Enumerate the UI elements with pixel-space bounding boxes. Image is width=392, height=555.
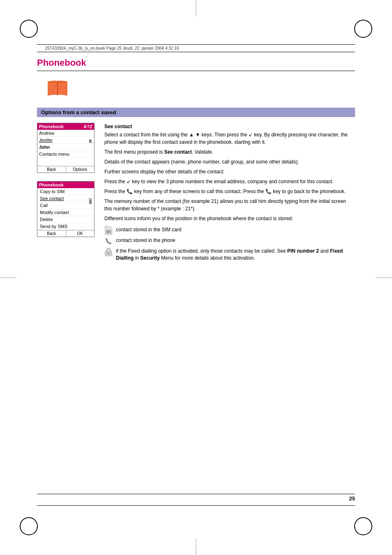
sim-legend-text: contact stored in the SIM card (116, 226, 181, 233)
header-text: 25T433924_myC-3b_lu_en.book Page 25 Jeud… (45, 46, 179, 51)
crop-mark-left (0, 277, 16, 278)
section-heading: Options from a contact saved (37, 108, 355, 117)
reg-circle-tl (20, 20, 38, 38)
see-contact-label: See contact (104, 123, 355, 130)
options-header: Phonebook (37, 182, 94, 188)
page-title: Phonebook (37, 58, 355, 71)
bottom-line-1 (37, 494, 355, 494)
options-ok-btn[interactable]: OK (66, 230, 95, 237)
options-modify-contact[interactable]: Modify contact (37, 209, 94, 216)
header-bar: 25T433924_myC-3b_lu_en.book Page 25 Jeud… (45, 45, 347, 52)
phonebook-screen-header: Phonebook A?Z (37, 123, 94, 130)
options-copy-to-sim[interactable]: Copy to SIM (37, 188, 94, 195)
book-icon (45, 78, 70, 98)
phonebook-back-btn[interactable]: Back (37, 166, 66, 173)
sim-icon-container (104, 226, 113, 235)
para-4: Further screens display the other detail… (104, 168, 355, 175)
phonebook-spacer (37, 158, 94, 166)
header-line-bottom (37, 52, 355, 52)
para-3: Details of the contact appears (name, ph… (104, 158, 355, 166)
phonebook-row-contacts-menu: Contacts menu (37, 151, 94, 158)
sim-legend-row: contact stored in the SIM card (104, 226, 355, 235)
para-6: Press the 📞 key from any of these screen… (104, 188, 355, 195)
reg-circle-tr (354, 20, 372, 38)
options-footer: Back OK (37, 230, 94, 237)
phone-icon (105, 237, 112, 245)
para-1: Select a contact from the list using the… (104, 131, 355, 146)
para-7: The memory number of the contact (for ex… (104, 198, 355, 212)
lock-icon-container (104, 248, 113, 256)
crop-mark-right (376, 277, 392, 278)
lock-icon (105, 247, 112, 256)
bottom-line-2 (37, 505, 355, 506)
phonebook-header-right: A?Z (84, 124, 92, 129)
options-scrollbar (88, 198, 92, 199)
svg-rect-6 (107, 252, 108, 253)
lock-legend-row: if the Fixed dialling option is activate… (104, 248, 355, 262)
svg-rect-7 (109, 252, 110, 253)
crop-mark-bottom (196, 539, 196, 555)
main-content: Phonebook Options from a contact saved P… (37, 58, 355, 497)
options-menu-screen: Phonebook Copy to SIM See contact Call M… (37, 181, 95, 237)
reg-circle-br (354, 517, 372, 535)
lock-legend-text: if the Fixed dialling option is activate… (116, 248, 355, 262)
phonebook-row-john: John (37, 144, 94, 151)
phone-screens-col: Phonebook A?Z Andrew Jenifer ▶ John Cont… (37, 123, 95, 237)
phonebook-footer: Back Options (37, 166, 94, 173)
section-heading-text: Options from a contact saved (41, 109, 116, 115)
options-send-by-sms[interactable]: Send by SMS (37, 223, 94, 230)
sim-icon (105, 226, 112, 235)
icon-legend: contact stored in the SIM card contact s… (104, 226, 355, 262)
phone-legend-text: contact stored in the phone (116, 237, 175, 244)
phone-legend-row: contact stored in the phone (104, 237, 355, 245)
reg-circle-bl (20, 517, 38, 535)
crop-mark-top (196, 0, 196, 16)
page-number: 25 (349, 495, 355, 502)
two-col-layout: Phonebook A?Z Andrew Jenifer ▶ John Cont… (37, 123, 355, 264)
options-back-btn[interactable]: Back (37, 230, 66, 237)
text-col: See contact Select a contact from the li… (104, 123, 355, 264)
para-5: Press the ↙ key to view the 3 phone numb… (104, 178, 355, 185)
phonebook-row-andrew: Andrew (37, 130, 94, 137)
svg-rect-8 (107, 253, 110, 254)
para-2: The first menu proposed is See contact. … (104, 148, 355, 156)
phonebook-header-title: Phonebook (39, 124, 64, 129)
header-line-top (37, 44, 355, 45)
book-icon-container (45, 78, 355, 99)
options-delete[interactable]: Delete (37, 216, 94, 223)
options-see-contact[interactable]: See contact (37, 195, 94, 202)
phonebook-options-btn[interactable]: Options (66, 166, 95, 173)
options-scrollbar-thumb (89, 199, 92, 204)
svg-rect-2 (106, 230, 111, 233)
phone-icon-container (104, 237, 113, 245)
phonebook-scroll-icon: ▶ (89, 138, 92, 143)
options-header-text: Phonebook (39, 182, 64, 187)
options-call[interactable]: Call (37, 202, 94, 209)
phonebook-row-jenifer: Jenifer ▶ (37, 137, 94, 144)
para-8: Different icons inform you of the positi… (104, 215, 355, 222)
phonebook-screen: Phonebook A?Z Andrew Jenifer ▶ John Cont… (37, 123, 95, 173)
